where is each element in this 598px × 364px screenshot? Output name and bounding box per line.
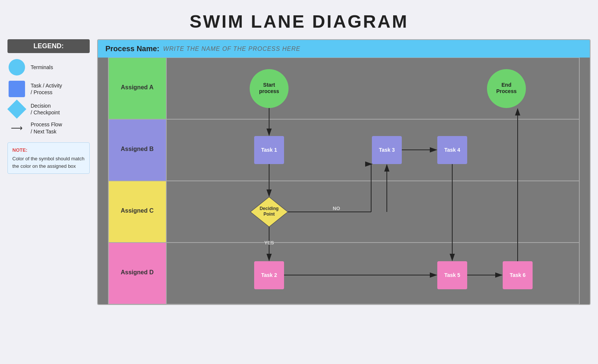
arrow-icon: ⟶ bbox=[11, 123, 23, 133]
legend-item-terminals: Terminals bbox=[7, 59, 90, 75]
start-process-label2: process bbox=[259, 88, 279, 94]
process-name-label: Process Name: bbox=[105, 44, 160, 53]
flow-symbol: ⟶ bbox=[7, 123, 26, 133]
lane-c-label: Assigned C bbox=[121, 207, 154, 214]
decision-label: Decision/ Checkpoint bbox=[31, 102, 60, 116]
task3-label: Task 3 bbox=[379, 147, 395, 153]
lane-a-label: Assigned A bbox=[121, 84, 154, 90]
task1-label: Task 1 bbox=[261, 147, 277, 153]
page-title: SWIM LANE DIAGRAM bbox=[0, 0, 598, 39]
terminals-label: Terminals bbox=[31, 64, 53, 71]
flow-label: Process Flow/ Next Task bbox=[31, 121, 62, 135]
no-label: NO bbox=[333, 206, 340, 211]
task-symbol bbox=[7, 81, 26, 97]
diagram-header: Process Name: WRITE THE NAME OF THE PROC… bbox=[98, 40, 590, 58]
legend-item-task: Task / Activity/ Process bbox=[7, 81, 90, 97]
task4-label: Task 4 bbox=[444, 147, 460, 153]
task-label: Task / Activity/ Process bbox=[31, 82, 62, 96]
deciding-point-label2: Point bbox=[263, 212, 275, 217]
diamond-icon bbox=[7, 100, 27, 119]
note-title: NOTE: bbox=[12, 146, 85, 154]
deciding-point-label: Deciding bbox=[260, 206, 279, 211]
note-box: NOTE: Color of the symbol should match t… bbox=[7, 142, 90, 174]
lane-b-label: Assigned B bbox=[121, 146, 154, 152]
note-text: Color of the symbol should match the col… bbox=[12, 155, 85, 170]
legend-item-flow: ⟶ Process Flow/ Next Task bbox=[7, 121, 90, 135]
terminals-symbol bbox=[7, 59, 26, 75]
swim-lane-svg: Assigned A Assigned B Assigned C Assigne… bbox=[98, 58, 590, 304]
legend-items: Terminals Task / Activity/ Process Decis… bbox=[7, 59, 90, 135]
task6-label: Task 6 bbox=[510, 272, 526, 278]
diagram-container: Process Name: WRITE THE NAME OF THE PROC… bbox=[97, 39, 591, 305]
legend-title: LEGEND: bbox=[7, 39, 90, 53]
legend-item-decision: Decision/ Checkpoint bbox=[7, 102, 90, 116]
yes-label: YES bbox=[264, 240, 274, 246]
end-process-label2: Process bbox=[496, 88, 517, 94]
task5-label: Task 5 bbox=[444, 272, 460, 278]
decision-symbol bbox=[7, 102, 26, 116]
lane-d-label: Assigned D bbox=[121, 269, 154, 275]
square-icon bbox=[9, 81, 25, 97]
start-process-label: Start bbox=[263, 82, 275, 88]
end-process-label: End bbox=[502, 82, 511, 88]
task2-label: Task 2 bbox=[261, 272, 277, 278]
left-panel: LEGEND: Terminals Task / Activity/ Proce… bbox=[7, 39, 90, 305]
circle-icon bbox=[9, 59, 25, 75]
process-name-value[interactable]: WRITE THE NAME OF THE PROCESS HERE bbox=[163, 46, 300, 52]
